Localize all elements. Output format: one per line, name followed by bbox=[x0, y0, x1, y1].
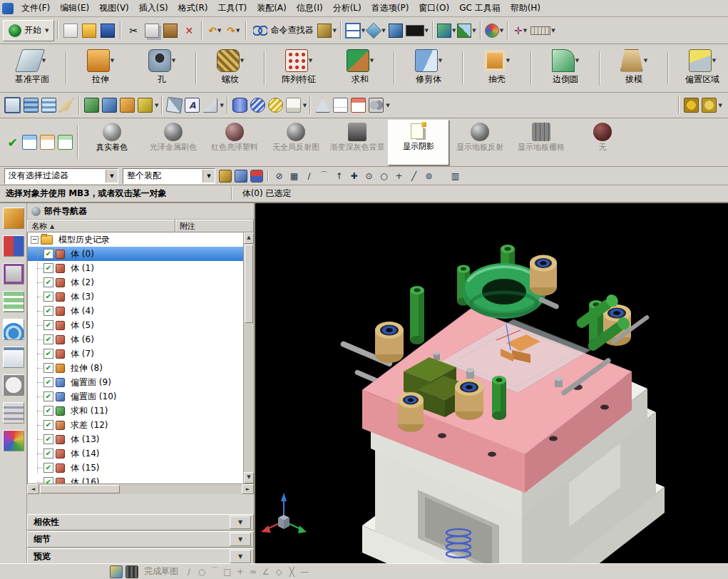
tree-row-body-7[interactable]: ✔ 体 (7) bbox=[28, 347, 254, 361]
section-dependencies[interactable]: 相依性 ▼ bbox=[27, 514, 254, 531]
collapse-toggle-icon[interactable]: − bbox=[31, 236, 39, 244]
roles-palette-icon[interactable] bbox=[3, 430, 24, 451]
tree-row-body-4[interactable]: ✔ 体 (4) bbox=[28, 304, 254, 318]
save-button[interactable] bbox=[99, 21, 116, 40]
visibility-checkbox[interactable]: ✔ bbox=[43, 463, 53, 473]
scrollbar-track[interactable] bbox=[244, 324, 254, 472]
trim-body-button[interactable]: ▼ 修剪体 bbox=[398, 46, 459, 91]
tree-row-body-1[interactable]: ✔ 体 (1) bbox=[28, 261, 254, 275]
render-none-button[interactable]: 无 bbox=[572, 120, 633, 165]
tree-root-row[interactable]: − 模型历史记录 bbox=[28, 232, 244, 247]
sketch-line-icon[interactable]: ∕ bbox=[183, 565, 195, 578]
column-header-name[interactable]: 名称 ▲ bbox=[27, 220, 175, 232]
shell-button[interactable]: ▼ 抽壳 bbox=[466, 46, 528, 91]
table-tool-icon[interactable] bbox=[333, 98, 348, 113]
part-navigator-tab-icon[interactable] bbox=[3, 263, 24, 285]
section-expand-icon[interactable]: ▼ bbox=[230, 516, 251, 529]
finish-sketch-icon[interactable] bbox=[110, 565, 123, 578]
select-group-icon[interactable] bbox=[235, 170, 247, 183]
display-mode-button[interactable]: ▼ bbox=[406, 21, 429, 40]
datum-csys-icon[interactable] bbox=[166, 97, 183, 114]
snap-magnet-icon[interactable] bbox=[250, 170, 263, 183]
menu-assemblies[interactable]: 装配(A) bbox=[252, 0, 292, 16]
snap-disable-icon[interactable]: ⊘ bbox=[272, 168, 287, 183]
filter-table-icon[interactable] bbox=[58, 135, 73, 150]
scrollbar-thumb[interactable] bbox=[40, 485, 120, 493]
snap-intersection-icon[interactable]: ✚ bbox=[347, 168, 362, 183]
add-component-icon[interactable] bbox=[84, 98, 99, 113]
copy-button[interactable] bbox=[143, 21, 160, 40]
paste-button[interactable] bbox=[162, 21, 179, 40]
selection-filter-combo[interactable]: 没有选择过滤器 ▼ bbox=[4, 168, 118, 184]
tree-row-body-15[interactable]: ✔ 体 (15) bbox=[28, 461, 254, 475]
floor-reflection-button[interactable]: 显示地板反射 bbox=[449, 120, 511, 165]
snap-existing-point-icon[interactable]: + bbox=[391, 168, 406, 183]
unite-button[interactable]: ▼ 求和 bbox=[329, 46, 391, 91]
pattern-component-icon[interactable] bbox=[138, 98, 153, 113]
true-shading-button[interactable]: 真实着色 bbox=[81, 120, 143, 165]
graphics-window[interactable] bbox=[255, 203, 728, 563]
combo-dropdown-icon[interactable]: ▼ bbox=[202, 170, 215, 183]
tree-row-body-6[interactable]: ✔ 体 (6) bbox=[28, 332, 254, 347]
transform-button[interactable]: ▼ bbox=[457, 21, 476, 40]
tree-row-body-2[interactable]: ✔ 体 (2) bbox=[28, 275, 254, 290]
tree-row-body-5[interactable]: ✔ 体 (5) bbox=[28, 318, 254, 332]
tree-row-body-3[interactable]: ✔ 体 (3) bbox=[28, 290, 254, 304]
menu-analysis[interactable]: 分析(L) bbox=[328, 0, 366, 16]
tree-row-offset-face-10[interactable]: ✔ 偏置面 (10) bbox=[28, 389, 254, 404]
scroll-up-icon[interactable]: ▲ bbox=[244, 232, 254, 244]
menu-gc-toolbox[interactable]: GC 工具箱 bbox=[454, 0, 506, 16]
visibility-checkbox[interactable]: ✔ bbox=[43, 249, 53, 259]
menu-window[interactable]: 窗口(O) bbox=[414, 0, 454, 16]
sketch-arc-icon[interactable]: ⌒ bbox=[208, 565, 221, 578]
sketch-circle-icon[interactable]: ○ bbox=[195, 565, 208, 578]
visibility-checkbox[interactable]: ✔ bbox=[43, 363, 53, 373]
tree-row-body-0[interactable]: ✔ 体 (0) bbox=[28, 247, 254, 261]
hole-button[interactable]: ▼ 孔 bbox=[131, 46, 193, 91]
scroll-left-icon[interactable]: ◄ bbox=[27, 484, 39, 494]
tree-row-extrude-8[interactable]: ✔ 拉伸 (8) bbox=[28, 361, 254, 375]
visibility-checkbox[interactable]: ✔ bbox=[43, 477, 53, 483]
red-glossy-plastic-button[interactable]: 红色亮泽塑料 bbox=[204, 120, 265, 165]
visibility-checkbox[interactable]: ✔ bbox=[43, 377, 53, 387]
tree-row-body-13[interactable]: ✔ 体 (13) bbox=[28, 432, 254, 446]
open-file-button[interactable] bbox=[81, 21, 98, 40]
snap-arc-center-icon[interactable]: ⊙ bbox=[362, 168, 376, 183]
assembly-constraints-icon[interactable] bbox=[120, 98, 135, 113]
note-tool-icon[interactable] bbox=[286, 98, 301, 113]
sketch-angle-icon[interactable]: ∠ bbox=[260, 565, 272, 578]
edit-table-icon[interactable] bbox=[40, 135, 55, 150]
command-finder-button[interactable]: 命令查找器 bbox=[250, 21, 316, 40]
snap-point-on-curve-icon[interactable]: ╱ bbox=[406, 168, 421, 183]
gc-tools-icon[interactable] bbox=[702, 98, 717, 113]
measure-button[interactable]: ▼ bbox=[530, 21, 555, 40]
snap-pole-icon[interactable]: ↑ bbox=[332, 168, 347, 183]
history-palette-icon[interactable] bbox=[3, 374, 24, 396]
visibility-checkbox[interactable]: ✔ bbox=[43, 320, 53, 330]
sketch-dimension-icon[interactable]: — bbox=[298, 565, 311, 578]
tree-row-body-14[interactable]: ✔ 体 (14) bbox=[28, 446, 254, 461]
floor-grid-button[interactable]: 显示地板栅格 bbox=[511, 120, 572, 165]
cut-button[interactable]: ✂ bbox=[125, 21, 142, 40]
spring-blue-icon[interactable] bbox=[250, 98, 265, 113]
visibility-checkbox[interactable]: ✔ bbox=[43, 349, 53, 359]
extrude-button[interactable]: ▼ 拉伸 bbox=[70, 46, 131, 91]
combo-dropdown-icon[interactable]: ▼ bbox=[106, 170, 118, 183]
undo-button[interactable]: ↶▼ bbox=[206, 21, 223, 40]
menu-help[interactable]: 帮助(H) bbox=[506, 0, 545, 16]
start-button[interactable]: 开始 ▼ bbox=[3, 20, 54, 41]
angle-measure-icon[interactable] bbox=[202, 98, 217, 113]
snap-facet-icon[interactable]: ▥ bbox=[448, 168, 463, 183]
menu-insert[interactable]: 插入(S) bbox=[134, 0, 173, 16]
compare-table-icon[interactable] bbox=[22, 135, 37, 150]
menu-tools[interactable]: 工具(T) bbox=[212, 0, 252, 16]
visibility-checkbox[interactable]: ✔ bbox=[43, 263, 53, 273]
gear-pair-icon[interactable] bbox=[369, 98, 384, 113]
scroll-down-icon[interactable]: ▼ bbox=[244, 472, 254, 483]
scrollbar-track[interactable] bbox=[121, 484, 242, 494]
hd3d-tools-icon[interactable] bbox=[3, 319, 24, 340]
snap-midpoint-icon[interactable]: ⌒ bbox=[317, 168, 332, 183]
visibility-checkbox[interactable]: ✔ bbox=[43, 306, 53, 316]
show-shadows-button[interactable]: 显示阴影 bbox=[388, 120, 449, 165]
window-layout-button[interactable]: ▼ bbox=[345, 21, 365, 40]
